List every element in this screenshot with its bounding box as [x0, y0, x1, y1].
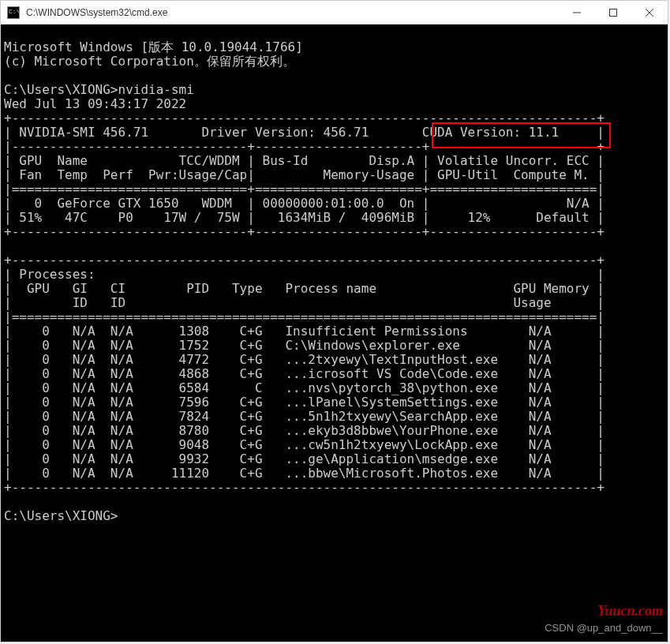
prompt: C:\Users\XIONG> — [4, 508, 118, 523]
window-title: C:\WINDOWS\system32\cmd.exe — [26, 7, 559, 18]
table-row: | 0 N/A N/A 1752 C+G C:\Windows\explorer… — [4, 338, 604, 353]
table-row: | 0 N/A N/A 6584 C ...nvs\pytorch_38\pyt… — [4, 380, 604, 395]
line: | ID ID Usage | — [4, 295, 604, 310]
line: +---------------------------------------… — [4, 253, 604, 268]
titlebar[interactable]: C:\WINDOWS\system32\cmd.exe — [1, 1, 668, 24]
table-row: | 0 N/A N/A 4772 C+G ...2txyewy\TextInpu… — [4, 352, 604, 367]
line: +---------------------------------------… — [4, 480, 604, 495]
table-row: | 0 N/A N/A 11120 C+G ...bbwe\Microsoft.… — [4, 466, 604, 481]
svg-rect-1 — [610, 9, 617, 16]
line: +---------------------------------------… — [4, 110, 604, 125]
table-row: | 0 N/A N/A 1308 C+G Insufficient Permis… — [4, 324, 604, 339]
terminal-area[interactable]: Microsoft Windows [版本 10.0.19044.1766] (… — [1, 24, 668, 642]
table-row: | 0 N/A N/A 7596 C+G ...lPanel\SystemSet… — [4, 395, 604, 410]
line: |-------------------------------+-------… — [4, 139, 604, 154]
line: | 51% 47C P0 17W / 75W | 1634MiB / 4096M… — [4, 210, 604, 225]
watermark-csdn: CSDN @up_and_down__ — [545, 621, 663, 635]
line: | GPU Name TCC/WDDM | Bus-Id Disp.A | Vo… — [4, 153, 604, 168]
table-row: | 0 N/A N/A 4868 C+G ...icrosoft VS Code… — [4, 366, 604, 381]
maximize-button[interactable] — [595, 1, 631, 24]
close-button[interactable] — [631, 1, 668, 24]
cmd-icon — [7, 6, 20, 19]
table-row: | 0 N/A N/A 7824 C+G ...5n1h2txyewy\Sear… — [4, 409, 604, 424]
cmd-window: C:\WINDOWS\system32\cmd.exe Microsoft Wi… — [0, 0, 668, 642]
table-row: | 0 N/A N/A 9048 C+G ...cw5n1h2txyewy\Lo… — [4, 437, 604, 452]
terminal-output: Microsoft Windows [版本 10.0.19044.1766] (… — [4, 40, 664, 523]
line: C:\Users\XIONG>nvidia-smi — [4, 82, 194, 97]
window-controls — [559, 1, 668, 24]
line: +-------------------------------+-------… — [4, 224, 604, 239]
table-row: | 0 N/A N/A 8780 C+G ...ekyb3d8bbwe\Your… — [4, 423, 604, 438]
line: | 0 GeForce GTX 1650 WDDM | 00000000:01:… — [4, 196, 604, 211]
line: |===============================+=======… — [4, 182, 604, 197]
line: |=======================================… — [4, 309, 604, 324]
line: | Fan Temp Perf Pwr:Usage/Cap| Memory-Us… — [4, 167, 604, 182]
line: | GPU GI CI PID Type Process name GPU Me… — [4, 281, 604, 296]
line: Microsoft Windows [版本 10.0.19044.1766] — [4, 39, 303, 54]
line: Wed Jul 13 09:43:17 2022 — [4, 96, 186, 111]
line: | NVIDIA-SMI 456.71 Driver Version: 456.… — [4, 125, 604, 140]
line: | Processes: | — [4, 267, 604, 282]
minimize-button[interactable] — [559, 1, 595, 24]
watermark-yuucn: Yuucn.com — [597, 604, 663, 618]
line: (c) Microsoft Corporation。保留所有权利。 — [4, 54, 295, 69]
table-row: | 0 N/A N/A 9932 C+G ...ge\Application\m… — [4, 451, 604, 466]
